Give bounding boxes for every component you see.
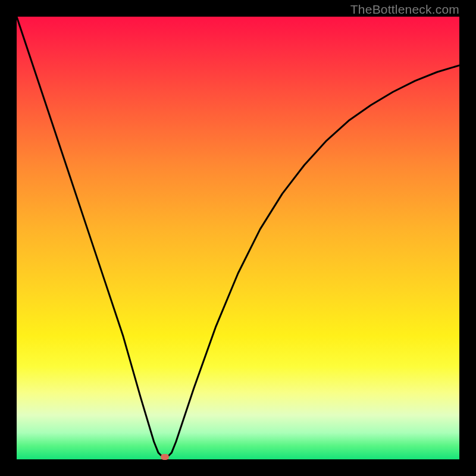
watermark-text: TheBottleneck.com <box>350 2 459 17</box>
bottleneck-curve <box>17 17 459 459</box>
chart-frame <box>0 0 476 476</box>
optimum-marker <box>161 454 169 460</box>
curve-path <box>17 17 459 457</box>
chart-background-gradient <box>17 17 459 459</box>
